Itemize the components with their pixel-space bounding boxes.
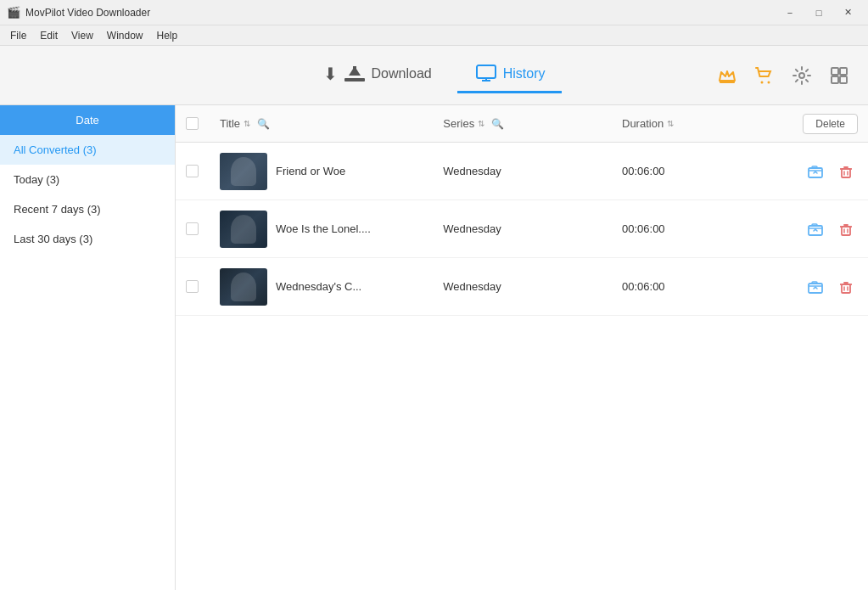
open-folder-icon bbox=[807, 163, 824, 180]
content-area: Title ⇅ 🔍 Series ⇅ 🔍 Duration ⇅ Delete bbox=[176, 105, 868, 590]
thumb3-silhouette bbox=[231, 273, 256, 301]
series-column-label: Series bbox=[443, 117, 474, 130]
menu-file[interactable]: File bbox=[3, 28, 33, 43]
svg-rect-28 bbox=[842, 284, 850, 293]
sidebar-item-today[interactable]: Today (3) bbox=[0, 165, 175, 194]
open-folder-icon bbox=[807, 278, 824, 295]
toolbar: ⬇︎ Download History bbox=[0, 46, 868, 105]
tab-history[interactable]: History bbox=[457, 57, 563, 93]
sidebar-item-all-converted[interactable]: All Converted (3) bbox=[0, 135, 175, 165]
crown-button[interactable] bbox=[712, 60, 742, 91]
title-search-icon[interactable]: 🔍 bbox=[257, 118, 270, 130]
header-duration: Duration ⇅ bbox=[622, 117, 756, 130]
menu-help[interactable]: Help bbox=[150, 28, 185, 43]
menu-view[interactable]: View bbox=[64, 28, 100, 43]
svg-point-8 bbox=[761, 81, 764, 83]
row1-duration: 00:06:00 bbox=[622, 165, 756, 177]
row2-delete-button[interactable] bbox=[834, 217, 858, 241]
svg-rect-7 bbox=[720, 81, 735, 83]
trash-icon bbox=[837, 278, 854, 295]
row2-open-button[interactable] bbox=[804, 217, 827, 241]
row3-delete-button[interactable] bbox=[834, 275, 858, 299]
row1-check bbox=[186, 165, 220, 177]
row1-series: Wednesday bbox=[443, 165, 622, 177]
sidebar: Date All Converted (3) Today (3) Recent … bbox=[0, 105, 176, 590]
svg-rect-3 bbox=[477, 65, 496, 78]
row3-thumbnail bbox=[220, 268, 267, 306]
close-button[interactable]: ✕ bbox=[834, 3, 861, 22]
title-bar: 🎬 MovPilot Video Downloader − □ ✕ bbox=[0, 0, 868, 25]
svg-point-10 bbox=[799, 73, 804, 78]
menu-bar: File Edit View Window Help bbox=[0, 25, 868, 46]
row3-open-button[interactable] bbox=[804, 275, 827, 299]
svg-rect-14 bbox=[840, 76, 847, 83]
sidebar-item-last-30[interactable]: Last 30 days (3) bbox=[0, 224, 175, 254]
header-check bbox=[186, 117, 220, 130]
svg-rect-11 bbox=[832, 68, 838, 75]
sidebar-item-recent-7[interactable]: Recent 7 days (3) bbox=[0, 194, 175, 224]
duration-sort-icon[interactable]: ⇅ bbox=[667, 119, 674, 128]
delete-button[interactable]: Delete bbox=[803, 114, 858, 134]
download-icon: ⬇︎ bbox=[323, 64, 338, 84]
app-icon: 🎬 bbox=[7, 6, 20, 20]
series-sort-icon[interactable]: ⇅ bbox=[478, 119, 484, 128]
title-column-label: Title bbox=[220, 117, 240, 130]
row1-title: Friend or Woe bbox=[276, 165, 345, 177]
row3-checkbox[interactable] bbox=[186, 280, 199, 293]
cart-icon bbox=[754, 65, 775, 86]
cart-button[interactable] bbox=[749, 60, 780, 91]
row2-title: Woe Is the Lonel.... bbox=[276, 222, 371, 235]
row3-duration: 00:06:00 bbox=[622, 280, 756, 293]
title-sort-icon[interactable]: ⇅ bbox=[244, 119, 250, 128]
thumb1-figure bbox=[220, 153, 267, 190]
table-row: Woe Is the Lonel.... Wednesday 00:06:00 bbox=[176, 200, 868, 258]
minimize-button[interactable]: − bbox=[776, 3, 804, 22]
open-folder-icon bbox=[807, 221, 824, 238]
download-tray-icon bbox=[343, 64, 367, 84]
row2-thumbnail bbox=[220, 211, 267, 248]
svg-rect-27 bbox=[809, 284, 822, 293]
row2-checkbox[interactable] bbox=[186, 222, 199, 235]
row3-title: Wednesday's C... bbox=[276, 280, 361, 293]
thumb3-figure bbox=[220, 268, 267, 306]
row3-actions bbox=[756, 275, 858, 299]
thumb1-silhouette bbox=[231, 157, 256, 186]
table-row: Friend or Woe Wednesday 00:06:00 bbox=[176, 143, 868, 200]
menu-window[interactable]: Window bbox=[100, 28, 150, 43]
series-search-icon[interactable]: 🔍 bbox=[491, 118, 504, 130]
sidebar-header: Date bbox=[0, 105, 175, 135]
svg-rect-12 bbox=[840, 68, 847, 75]
download-label: Download bbox=[372, 66, 432, 81]
row1-delete-button[interactable] bbox=[834, 160, 858, 183]
trash-icon bbox=[837, 163, 854, 180]
menu-edit[interactable]: Edit bbox=[33, 28, 64, 43]
thumb2-figure bbox=[220, 211, 267, 248]
row2-actions bbox=[756, 217, 858, 241]
settings-button[interactable] bbox=[787, 60, 817, 91]
tab-download[interactable]: ⬇︎ Download bbox=[306, 57, 449, 93]
row1-thumbnail bbox=[220, 153, 267, 190]
header-series: Series ⇅ 🔍 bbox=[443, 117, 622, 130]
trash-icon bbox=[837, 221, 854, 238]
monitor-icon bbox=[474, 64, 498, 84]
svg-rect-21 bbox=[809, 226, 822, 235]
row1-title-wrap: Friend or Woe bbox=[220, 153, 443, 190]
grid-button[interactable] bbox=[824, 60, 854, 91]
header-actions: Delete bbox=[756, 114, 858, 134]
maximize-button[interactable]: □ bbox=[805, 3, 832, 22]
table-header: Title ⇅ 🔍 Series ⇅ 🔍 Duration ⇅ Delete bbox=[176, 105, 868, 143]
svg-point-9 bbox=[768, 81, 770, 83]
table-row: Wednesday's C... Wednesday 00:06:00 bbox=[176, 258, 868, 316]
toolbar-right-icons bbox=[712, 60, 854, 91]
row2-title-wrap: Woe Is the Lonel.... bbox=[220, 211, 443, 248]
svg-rect-13 bbox=[832, 76, 838, 83]
window-controls: − □ ✕ bbox=[776, 3, 861, 22]
crown-icon bbox=[717, 65, 737, 86]
row1-open-button[interactable] bbox=[804, 160, 827, 183]
grid-icon bbox=[829, 65, 849, 86]
svg-rect-16 bbox=[842, 169, 850, 177]
row1-checkbox[interactable] bbox=[186, 165, 199, 177]
select-all-checkbox[interactable] bbox=[186, 117, 199, 130]
row2-duration: 00:06:00 bbox=[622, 222, 756, 235]
svg-rect-15 bbox=[809, 168, 822, 177]
